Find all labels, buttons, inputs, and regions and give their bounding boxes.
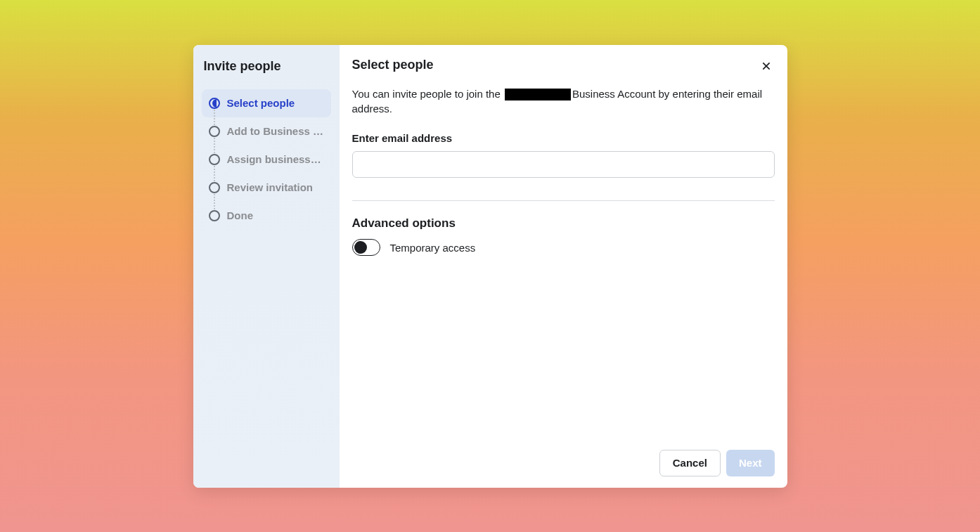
email-input[interactable] xyxy=(352,151,775,178)
temporary-access-label: Temporary access xyxy=(390,242,476,254)
step-review-invitation: Review invitation xyxy=(202,174,331,202)
temporary-access-row: Temporary access xyxy=(352,239,775,256)
advanced-options-title: Advanced options xyxy=(352,216,775,231)
section-divider xyxy=(352,200,775,201)
toggle-knob-icon xyxy=(354,241,367,254)
next-button[interactable]: Next xyxy=(726,450,775,476)
page-title: Select people xyxy=(352,58,434,72)
description-text: You can invite people to join the Busine… xyxy=(352,86,775,117)
step-connector-icon xyxy=(214,138,215,153)
close-icon xyxy=(761,60,772,72)
invite-people-modal: Invite people Select people Add to Busin… xyxy=(193,45,787,488)
step-label: Review invitation xyxy=(227,181,314,193)
half-circle-icon xyxy=(209,98,220,109)
step-select-people[interactable]: Select people xyxy=(202,89,331,117)
step-done: Done xyxy=(202,202,331,230)
step-assign-business-assets: Assign business a… xyxy=(202,145,331,174)
temporary-access-toggle[interactable] xyxy=(352,239,380,256)
main-panel: Select people You can invite people to j… xyxy=(340,45,787,488)
email-field-label: Enter email address xyxy=(352,132,775,144)
wizard-steps: Select people Add to Business … Assign b… xyxy=(202,89,331,230)
wizard-sidebar: Invite people Select people Add to Busin… xyxy=(193,45,340,488)
step-connector-icon xyxy=(214,110,215,125)
modal-footer: Cancel Next xyxy=(352,450,775,476)
step-label: Assign business a… xyxy=(227,153,324,165)
main-header: Select people xyxy=(352,58,775,77)
step-label: Done xyxy=(227,209,254,221)
close-button[interactable] xyxy=(758,58,775,77)
sidebar-title: Invite people xyxy=(202,59,331,74)
step-connector-icon xyxy=(214,166,215,181)
redacted-business-name xyxy=(505,89,571,100)
circle-empty-icon xyxy=(209,154,220,165)
step-connector-icon xyxy=(214,194,215,209)
circle-empty-icon xyxy=(209,210,220,221)
cancel-button[interactable]: Cancel xyxy=(659,450,721,476)
circle-empty-icon xyxy=(209,182,220,193)
step-label: Select people xyxy=(227,97,295,109)
circle-empty-icon xyxy=(209,126,220,137)
step-add-to-business: Add to Business … xyxy=(202,117,331,145)
step-label: Add to Business … xyxy=(227,125,324,137)
description-prefix: You can invite people to join the xyxy=(352,88,503,100)
